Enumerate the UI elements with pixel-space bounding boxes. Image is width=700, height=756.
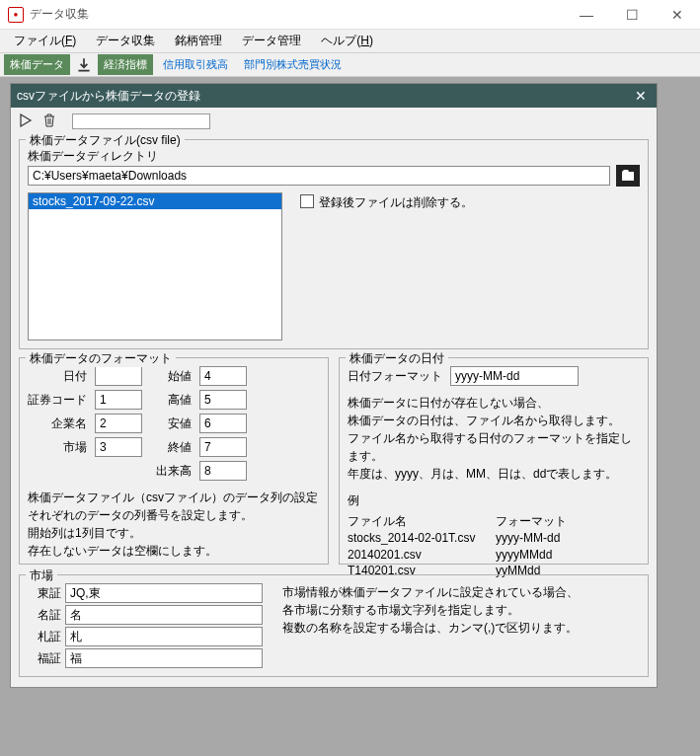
maximize-button[interactable]: ☐ — [609, 0, 655, 30]
input-company[interactable] — [95, 414, 142, 433]
delete-after-checkbox[interactable] — [300, 194, 314, 208]
lbl-low: 安値 — [152, 416, 192, 432]
progress-bar — [72, 113, 210, 129]
tool-credit-balance[interactable]: 信用取引残高 — [157, 55, 234, 74]
input-close[interactable] — [199, 437, 247, 457]
close-button[interactable]: ✕ — [655, 0, 700, 30]
lbl-market: 市場 — [28, 439, 87, 456]
dir-input[interactable] — [28, 166, 610, 186]
input-market[interactable] — [95, 437, 142, 457]
market-group: 市場 東証 名証 札証 福証 市場情報が株価データファイルに設定されている場合、… — [19, 574, 649, 677]
app-icon — [8, 7, 24, 23]
dialog-close-icon[interactable]: ✕ — [631, 88, 651, 104]
file-group-title: 株価データファイル(csv file) — [26, 132, 185, 149]
tool-econ-index[interactable]: 経済指標 — [98, 54, 153, 75]
svg-rect-0 — [622, 172, 634, 181]
input-tokyo[interactable] — [65, 583, 263, 603]
lbl-close: 終値 — [152, 439, 192, 456]
tool-stock-data[interactable]: 株価データ — [4, 54, 70, 75]
menu-help[interactable]: ヘルプ(H) — [311, 31, 383, 51]
download-icon[interactable] — [74, 55, 94, 75]
input-open[interactable] — [199, 366, 247, 386]
menu-file[interactable]: ファイル(F) — [4, 31, 86, 51]
input-nagoya[interactable] — [65, 605, 263, 625]
lbl-company: 企業名 — [28, 416, 87, 432]
lbl-high: 高値 — [152, 392, 192, 409]
delete-after-label: 登録後ファイルは削除する。 — [319, 194, 473, 211]
menu-name-mgmt[interactable]: 銘柄管理 — [165, 31, 232, 51]
delete-button[interactable] — [42, 113, 56, 131]
input-volume[interactable] — [199, 461, 247, 481]
date-group: 株価データの日付 日付フォーマット 株価データに日付が存在しない場合、 株価デー… — [339, 357, 649, 565]
lbl-nagoya: 名証 — [28, 607, 61, 624]
market-group-title: 市場 — [26, 567, 57, 584]
example-table: ファイル名 フォーマット stocks_2014-02-01T.csvyyyy-… — [348, 513, 640, 579]
format-group-title: 株価データのフォーマット — [26, 350, 176, 367]
minimize-button[interactable]: — — [564, 0, 609, 30]
ex-h1: ファイル名 — [348, 513, 496, 530]
example-title: 例 — [348, 492, 640, 509]
input-date[interactable] — [95, 366, 142, 386]
lbl-open: 始値 — [152, 368, 192, 385]
format-help: 株価データファイル（csvファイル）のデータ列の設定 それぞれのデータの列番号を… — [28, 489, 320, 560]
file-list-item[interactable]: stocks_2017-09-22.csv — [29, 193, 281, 209]
dialog-title: csvファイルから株価データの登録 — [17, 88, 631, 105]
browse-button[interactable] — [616, 165, 640, 187]
csv-register-dialog: csvファイルから株価データの登録 ✕ 株価データファイル(csv file) … — [10, 83, 658, 688]
date-help: 株価データに日付が存在しない場合、 株価データの日付は、ファイル名から取得します… — [348, 394, 640, 483]
dir-label: 株価データディレクトリ — [28, 148, 640, 165]
format-group: 株価データのフォーマット 日付 始値 証券コード 高値 企業名 — [19, 357, 329, 565]
lbl-volume: 出来高 — [152, 463, 192, 480]
input-low[interactable] — [199, 414, 247, 433]
file-group: 株価データファイル(csv file) 株価データディレクトリ stocks_2… — [19, 139, 649, 349]
input-high[interactable] — [199, 390, 247, 410]
date-fmt-input[interactable] — [450, 366, 579, 386]
tool-sector-trade[interactable]: 部門別株式売買状況 — [238, 55, 348, 74]
lbl-date: 日付 — [28, 368, 87, 385]
date-group-title: 株価データの日付 — [346, 350, 448, 367]
market-help: 市場情報が株価データファイルに設定されている場合、 各市場に分類する市場文字列を… — [282, 583, 579, 668]
menubar: ファイル(F) データ収集 銘柄管理 データ管理 ヘルプ(H) — [0, 30, 700, 53]
titlebar: データ収集 — ☐ ✕ — [0, 0, 700, 30]
toolbar: 株価データ 経済指標 信用取引残高 部門別株式売買状況 — [0, 53, 700, 77]
dialog-titlebar: csvファイルから株価データの登録 ✕ — [11, 84, 657, 108]
date-fmt-label: 日付フォーマット — [348, 368, 442, 385]
menu-data-collect[interactable]: データ収集 — [86, 31, 165, 51]
input-fukuoka[interactable] — [65, 648, 263, 668]
input-code[interactable] — [95, 390, 142, 410]
menu-data-mgmt[interactable]: データ管理 — [232, 31, 311, 51]
run-button[interactable] — [17, 113, 33, 131]
input-sapporo[interactable] — [65, 627, 263, 646]
lbl-tokyo: 東証 — [28, 585, 61, 602]
lbl-fukuoka: 福証 — [28, 650, 61, 667]
ex-h2: フォーマット — [496, 513, 614, 530]
file-list[interactable]: stocks_2017-09-22.csv — [28, 192, 282, 340]
window-title: データ収集 — [30, 6, 564, 23]
lbl-sapporo: 札証 — [28, 629, 61, 645]
lbl-code: 証券コード — [28, 392, 87, 409]
